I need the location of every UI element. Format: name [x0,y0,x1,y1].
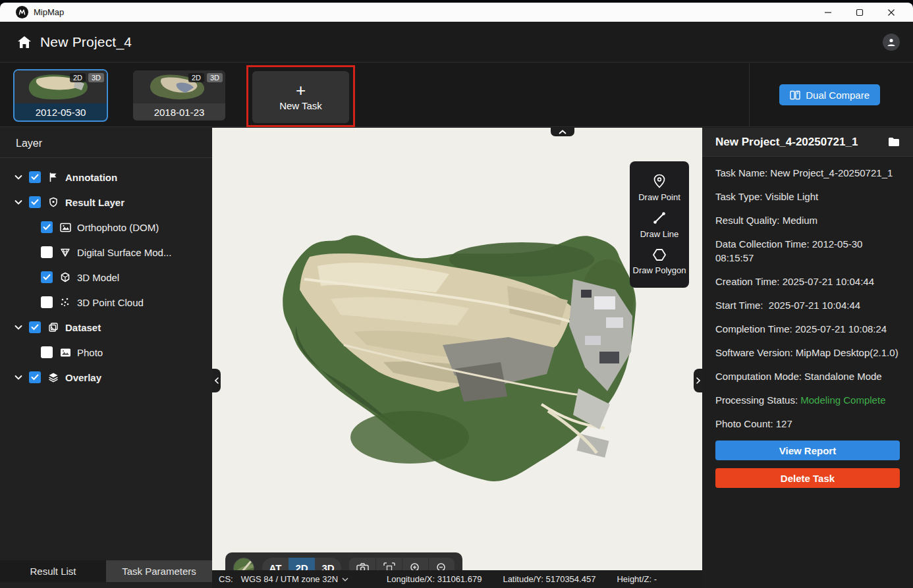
point-cloud-icon [59,297,71,307]
checkbox-photo[interactable] [41,346,53,358]
cs-label: CS: [219,574,233,584]
dsm-icon [59,248,71,257]
coordinate-system-dropdown[interactable]: WGS 84 / UTM zone 32N [241,574,348,584]
tree-item-overlay[interactable]: Overlay [0,365,212,390]
user-avatar[interactable] [883,34,900,51]
folder-icon[interactable] [888,137,900,147]
detail-computation-mode: Computation Mode: Standalone Mode [715,369,900,383]
tree-item-3d-model[interactable]: 3D Model [0,265,212,290]
strip-divider [749,63,750,126]
tree-item-3d-point-cloud[interactable]: 3D Point Cloud [0,290,212,315]
maximize-button[interactable] [848,5,871,20]
detail-data-collection-time: Data Collection Time: 2012-05-30 08:15:5… [715,237,900,265]
map-viewport[interactable]: Draw Point Draw Line Draw Polygon AT [212,128,702,588]
tree-item-result-layer[interactable]: Result Layer [0,190,212,215]
chevron-down-icon[interactable] [14,375,22,380]
plus-icon: + [296,83,306,97]
chevron-down-icon [342,577,348,581]
detail-software-version: Software Version: MipMap Desktop(2.1.0) [715,346,900,360]
task-detail-panel: New Project_4-20250721_1 Task Name: New … [702,128,913,588]
checkbox-result-layer[interactable] [29,196,41,208]
tab-result-list[interactable]: Result List [0,560,106,582]
page-title: New Project_4 [40,34,132,50]
longitude-value: Longitude/X: 311061.679 [387,574,482,584]
layer-tree: Annotation Result Layer Orthophoto (DOM) [0,158,212,390]
photo-icon [59,348,71,358]
tree-item-dsm[interactable]: Digital Surface Mod... [0,240,212,265]
polygon-icon [652,248,667,261]
dataset-icon [47,322,59,333]
chevron-down-icon[interactable] [14,325,22,330]
view-report-button[interactable]: View Report [715,441,900,460]
home-icon[interactable] [17,36,32,49]
chevron-down-icon[interactable] [14,174,22,180]
mipmap-logo-icon [16,6,28,18]
tree-item-annotation[interactable]: Annotation [0,165,212,190]
checkbox-3d-point-cloud[interactable] [41,296,53,308]
title-bar: MipMap [0,3,913,22]
task-strip: 2D 3D 2012-05-30 2D 3D [0,63,913,127]
pin-icon [653,174,666,188]
minimize-button[interactable] [817,5,839,20]
checkbox-3d-model[interactable] [41,271,53,283]
checkbox-annotation[interactable] [29,171,41,183]
badge-2d[interactable]: 2D [188,73,204,82]
delete-task-button[interactable]: Delete Task [715,468,900,488]
tab-task-parameters[interactable]: Task Parameters [106,560,212,582]
checkbox-overlay[interactable] [29,371,41,383]
application-window: MipMap New Project_4 [0,0,913,588]
collapse-top-button[interactable] [551,128,574,136]
checkbox-dataset[interactable] [29,321,41,333]
layer-panel: Layer Annotation Result Layer [0,127,212,588]
badge-2d[interactable]: 2D [70,73,86,82]
tree-item-photo[interactable]: Photo [0,340,212,365]
checkbox-orthophoto[interactable] [41,221,53,233]
line-icon [652,211,667,225]
draw-polygon-tool[interactable]: Draw Polygon [630,243,689,280]
dual-compare-icon [790,90,800,100]
collapse-left-panel-button[interactable] [212,369,221,392]
detail-completion-time: Completion Time: 2025-07-21 10:08:24 [715,322,900,336]
tree-item-dataset[interactable]: Dataset [0,315,212,340]
badge-3d[interactable]: 3D [207,73,223,82]
height-value: Height/Z: - [617,574,657,584]
draw-point-tool[interactable]: Draw Point [630,169,689,206]
project-header: New Project_4 [0,22,913,63]
detail-processing-status: Processing Status: Modeling Complete [715,393,900,407]
task-card-2018-01-23[interactable]: 2D 3D 2018-01-23 [133,70,225,120]
orthophoto-layer [212,128,702,588]
task-card-2012-05-30[interactable]: 2D 3D 2012-05-30 [14,70,107,120]
detail-start-time: Start Time: 2025-07-21 10:04:44 [715,298,900,312]
status-bar: CS: WGS 84 / UTM zone 32N Longitude/X: 3… [212,570,702,588]
dual-compare-button[interactable]: Dual Compare [779,84,880,105]
image-icon [59,223,71,232]
tree-item-orthophoto[interactable]: Orthophoto (DOM) [0,215,212,240]
latitude-value: Latitude/Y: 5170354.457 [503,574,595,584]
new-task-button[interactable]: + New Task [252,71,349,123]
chevron-down-icon[interactable] [14,200,22,205]
detail-result-quality: Result Quality: Medium [715,213,900,227]
badge-icon [47,197,59,207]
flag-icon [47,172,59,182]
checkbox-dsm[interactable] [41,246,53,258]
detail-task-name: Task Name: New Project_4-20250721_1 [715,166,900,180]
collapse-right-panel-button[interactable] [694,369,702,392]
detail-photo-count: Photo Count: 127 [715,417,900,431]
badge-3d[interactable]: 3D [88,73,104,82]
status-badge: Modeling Complete [800,394,885,406]
app-name: MipMap [34,7,64,17]
task-date: 2012-05-30 [14,103,107,120]
draw-tools-panel: Draw Point Draw Line Draw Polygon [630,161,689,288]
layer-panel-title: Layer [0,127,212,157]
draw-line-tool[interactable]: Draw Line [630,206,689,243]
close-button[interactable] [880,5,902,20]
layers-icon [47,372,59,383]
cube-icon [59,272,71,282]
detail-task-type: Task Type: Visible Light [715,190,900,203]
task-date: 2018-01-23 [133,103,225,120]
detail-creation-time: Creation Time: 2025-07-21 10:04:44 [715,275,900,288]
sidebar-tab-bar: Result List Task Parameters [0,560,212,582]
task-panel-title: New Project_4-20250721_1 [715,136,888,149]
